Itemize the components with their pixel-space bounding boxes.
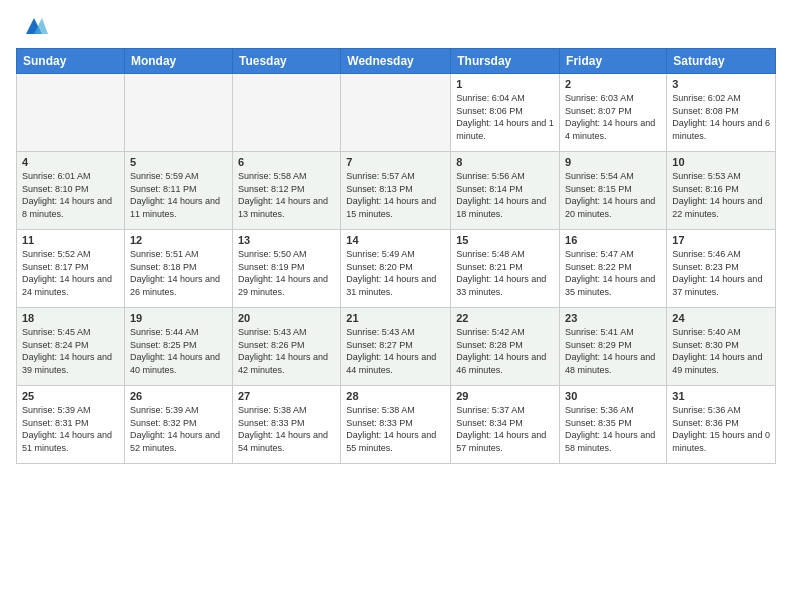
day-number: 16 [565,234,661,246]
calendar-cell: 10Sunrise: 5:53 AM Sunset: 8:16 PM Dayli… [667,152,776,230]
day-info: Sunrise: 5:43 AM Sunset: 8:27 PM Dayligh… [346,326,445,376]
calendar-header-row: SundayMondayTuesdayWednesdayThursdayFrid… [17,49,776,74]
day-number: 28 [346,390,445,402]
calendar-cell: 11Sunrise: 5:52 AM Sunset: 8:17 PM Dayli… [17,230,125,308]
day-number: 22 [456,312,554,324]
day-number: 17 [672,234,770,246]
day-number: 3 [672,78,770,90]
calendar-cell: 23Sunrise: 5:41 AM Sunset: 8:29 PM Dayli… [560,308,667,386]
day-info: Sunrise: 5:42 AM Sunset: 8:28 PM Dayligh… [456,326,554,376]
day-info: Sunrise: 5:41 AM Sunset: 8:29 PM Dayligh… [565,326,661,376]
day-header-wednesday: Wednesday [341,49,451,74]
day-number: 26 [130,390,227,402]
day-number: 19 [130,312,227,324]
calendar-cell: 16Sunrise: 5:47 AM Sunset: 8:22 PM Dayli… [560,230,667,308]
day-info: Sunrise: 5:47 AM Sunset: 8:22 PM Dayligh… [565,248,661,298]
calendar-cell: 9Sunrise: 5:54 AM Sunset: 8:15 PM Daylig… [560,152,667,230]
day-number: 24 [672,312,770,324]
day-header-friday: Friday [560,49,667,74]
calendar-cell: 4Sunrise: 6:01 AM Sunset: 8:10 PM Daylig… [17,152,125,230]
day-info: Sunrise: 5:51 AM Sunset: 8:18 PM Dayligh… [130,248,227,298]
calendar-cell: 1Sunrise: 6:04 AM Sunset: 8:06 PM Daylig… [451,74,560,152]
calendar-week-3: 11Sunrise: 5:52 AM Sunset: 8:17 PM Dayli… [17,230,776,308]
day-number: 20 [238,312,335,324]
day-header-sunday: Sunday [17,49,125,74]
day-info: Sunrise: 5:50 AM Sunset: 8:19 PM Dayligh… [238,248,335,298]
calendar-cell: 31Sunrise: 5:36 AM Sunset: 8:36 PM Dayli… [667,386,776,464]
calendar-cell: 26Sunrise: 5:39 AM Sunset: 8:32 PM Dayli… [124,386,232,464]
day-number: 18 [22,312,119,324]
calendar-cell: 2Sunrise: 6:03 AM Sunset: 8:07 PM Daylig… [560,74,667,152]
calendar-week-2: 4Sunrise: 6:01 AM Sunset: 8:10 PM Daylig… [17,152,776,230]
calendar-cell: 19Sunrise: 5:44 AM Sunset: 8:25 PM Dayli… [124,308,232,386]
day-number: 9 [565,156,661,168]
calendar-cell: 18Sunrise: 5:45 AM Sunset: 8:24 PM Dayli… [17,308,125,386]
day-number: 14 [346,234,445,246]
day-info: Sunrise: 5:36 AM Sunset: 8:35 PM Dayligh… [565,404,661,454]
calendar-cell: 22Sunrise: 5:42 AM Sunset: 8:28 PM Dayli… [451,308,560,386]
calendar-table: SundayMondayTuesdayWednesdayThursdayFrid… [16,48,776,464]
day-info: Sunrise: 5:52 AM Sunset: 8:17 PM Dayligh… [22,248,119,298]
day-info: Sunrise: 5:38 AM Sunset: 8:33 PM Dayligh… [346,404,445,454]
day-info: Sunrise: 5:37 AM Sunset: 8:34 PM Dayligh… [456,404,554,454]
calendar-cell: 29Sunrise: 5:37 AM Sunset: 8:34 PM Dayli… [451,386,560,464]
day-number: 13 [238,234,335,246]
day-info: Sunrise: 5:53 AM Sunset: 8:16 PM Dayligh… [672,170,770,220]
day-info: Sunrise: 5:39 AM Sunset: 8:32 PM Dayligh… [130,404,227,454]
day-number: 5 [130,156,227,168]
day-number: 8 [456,156,554,168]
day-header-tuesday: Tuesday [232,49,340,74]
day-number: 30 [565,390,661,402]
calendar-cell: 30Sunrise: 5:36 AM Sunset: 8:35 PM Dayli… [560,386,667,464]
day-number: 21 [346,312,445,324]
day-number: 31 [672,390,770,402]
calendar-week-4: 18Sunrise: 5:45 AM Sunset: 8:24 PM Dayli… [17,308,776,386]
day-number: 6 [238,156,335,168]
calendar-cell: 12Sunrise: 5:51 AM Sunset: 8:18 PM Dayli… [124,230,232,308]
calendar-week-1: 1Sunrise: 6:04 AM Sunset: 8:06 PM Daylig… [17,74,776,152]
day-info: Sunrise: 5:49 AM Sunset: 8:20 PM Dayligh… [346,248,445,298]
day-number: 15 [456,234,554,246]
day-number: 29 [456,390,554,402]
day-number: 23 [565,312,661,324]
calendar-cell: 28Sunrise: 5:38 AM Sunset: 8:33 PM Dayli… [341,386,451,464]
calendar-cell: 21Sunrise: 5:43 AM Sunset: 8:27 PM Dayli… [341,308,451,386]
calendar-cell: 8Sunrise: 5:56 AM Sunset: 8:14 PM Daylig… [451,152,560,230]
day-header-thursday: Thursday [451,49,560,74]
day-info: Sunrise: 6:04 AM Sunset: 8:06 PM Dayligh… [456,92,554,142]
day-info: Sunrise: 5:46 AM Sunset: 8:23 PM Dayligh… [672,248,770,298]
day-info: Sunrise: 6:03 AM Sunset: 8:07 PM Dayligh… [565,92,661,142]
calendar-cell: 24Sunrise: 5:40 AM Sunset: 8:30 PM Dayli… [667,308,776,386]
day-number: 7 [346,156,445,168]
day-number: 2 [565,78,661,90]
day-header-monday: Monday [124,49,232,74]
day-header-saturday: Saturday [667,49,776,74]
day-info: Sunrise: 5:39 AM Sunset: 8:31 PM Dayligh… [22,404,119,454]
calendar-cell [124,74,232,152]
day-info: Sunrise: 5:40 AM Sunset: 8:30 PM Dayligh… [672,326,770,376]
day-number: 25 [22,390,119,402]
day-info: Sunrise: 5:44 AM Sunset: 8:25 PM Dayligh… [130,326,227,376]
calendar-cell: 15Sunrise: 5:48 AM Sunset: 8:21 PM Dayli… [451,230,560,308]
calendar-cell: 14Sunrise: 5:49 AM Sunset: 8:20 PM Dayli… [341,230,451,308]
day-info: Sunrise: 5:58 AM Sunset: 8:12 PM Dayligh… [238,170,335,220]
day-info: Sunrise: 5:36 AM Sunset: 8:36 PM Dayligh… [672,404,770,454]
logo-icon [20,12,48,40]
day-info: Sunrise: 5:57 AM Sunset: 8:13 PM Dayligh… [346,170,445,220]
calendar-cell [17,74,125,152]
day-info: Sunrise: 6:01 AM Sunset: 8:10 PM Dayligh… [22,170,119,220]
day-info: Sunrise: 5:38 AM Sunset: 8:33 PM Dayligh… [238,404,335,454]
calendar-cell: 13Sunrise: 5:50 AM Sunset: 8:19 PM Dayli… [232,230,340,308]
day-info: Sunrise: 5:59 AM Sunset: 8:11 PM Dayligh… [130,170,227,220]
day-info: Sunrise: 5:54 AM Sunset: 8:15 PM Dayligh… [565,170,661,220]
day-info: Sunrise: 5:43 AM Sunset: 8:26 PM Dayligh… [238,326,335,376]
day-number: 11 [22,234,119,246]
calendar-cell [341,74,451,152]
calendar-cell: 20Sunrise: 5:43 AM Sunset: 8:26 PM Dayli… [232,308,340,386]
calendar-cell: 3Sunrise: 6:02 AM Sunset: 8:08 PM Daylig… [667,74,776,152]
calendar-cell: 7Sunrise: 5:57 AM Sunset: 8:13 PM Daylig… [341,152,451,230]
day-info: Sunrise: 5:48 AM Sunset: 8:21 PM Dayligh… [456,248,554,298]
day-info: Sunrise: 5:45 AM Sunset: 8:24 PM Dayligh… [22,326,119,376]
calendar-week-5: 25Sunrise: 5:39 AM Sunset: 8:31 PM Dayli… [17,386,776,464]
logo [16,12,48,40]
